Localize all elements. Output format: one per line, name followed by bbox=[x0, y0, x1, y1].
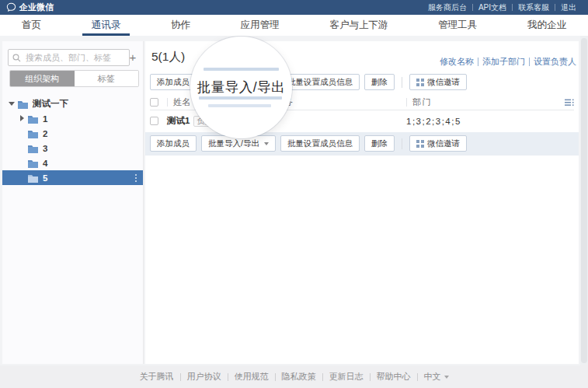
tree-item-label: 测试一下 bbox=[33, 98, 68, 110]
delete-button[interactable]: 删除 bbox=[364, 135, 395, 152]
nav-tab-admin-tools[interactable]: 管理工具 bbox=[429, 15, 486, 36]
magnified-text: 批量导入/导出 bbox=[190, 78, 292, 96]
nav-tab-collaboration[interactable]: 协作 bbox=[162, 15, 200, 36]
nav-tab-my-company[interactable]: 我的企业 bbox=[518, 15, 576, 36]
button-label: 删除 bbox=[371, 77, 388, 88]
tree-item-label: 1 bbox=[43, 114, 47, 124]
footer-link-about-tencent[interactable]: 关于腾讯 bbox=[134, 371, 180, 383]
org-tree: 测试一下 1 2 3 4 5 bbox=[2, 96, 143, 185]
expand-icon[interactable] bbox=[19, 115, 26, 122]
column-settings-icon[interactable] bbox=[565, 99, 574, 107]
search-input[interactable] bbox=[8, 49, 130, 66]
nav-tab-home[interactable]: 首页 bbox=[12, 15, 50, 36]
expander-spacer bbox=[19, 130, 26, 137]
nav-tab-contacts[interactable]: 通讯录 bbox=[82, 15, 130, 36]
expander-spacer bbox=[19, 159, 26, 166]
tree-item-2[interactable]: 2 bbox=[2, 126, 143, 141]
qr-code-icon bbox=[416, 79, 424, 86]
magnifier-loupe: 批量导入/导出 bbox=[190, 37, 292, 138]
divider bbox=[529, 58, 530, 66]
button-label: 微信邀请 bbox=[427, 138, 460, 149]
member-name: 测试1 bbox=[167, 115, 190, 127]
wechat-invite-button[interactable]: 微信邀请 bbox=[409, 74, 467, 90]
divider bbox=[402, 77, 402, 88]
footer-link-usage-rules[interactable]: 使用规范 bbox=[228, 371, 275, 383]
set-manager-link[interactable]: 设置负责人 bbox=[534, 56, 576, 68]
topbar-link-logout[interactable]: 退出 bbox=[555, 2, 582, 13]
magnified-edge bbox=[208, 104, 271, 107]
tree-item-3[interactable]: 3 bbox=[2, 141, 143, 156]
tree-item-label: 4 bbox=[43, 159, 47, 168]
topbar-link-provider-console[interactable]: 服务商后台 bbox=[423, 2, 472, 13]
folder-icon bbox=[28, 145, 38, 153]
chat-bubble-icon bbox=[6, 2, 16, 12]
tab-org-structure[interactable]: 组织架构 bbox=[10, 71, 75, 86]
footer-link-privacy-policy[interactable]: 隐私政策 bbox=[276, 371, 322, 383]
folder-icon bbox=[28, 159, 38, 168]
tree-item-5[interactable]: 5 bbox=[2, 170, 143, 185]
rename-link[interactable]: 修改名称 bbox=[440, 56, 474, 68]
nav-tab-app-management[interactable]: 应用管理 bbox=[231, 15, 289, 36]
divider bbox=[167, 98, 168, 107]
topbar-link-contact-support[interactable]: 联系客服 bbox=[513, 2, 555, 13]
member-panel: 5(1人) 修改名称 添加子部门 设置负责人 添加成员 批量导入/导出 批量设置… bbox=[145, 41, 579, 364]
select-all-checkbox[interactable] bbox=[150, 98, 158, 107]
folder-icon bbox=[28, 174, 38, 183]
divider bbox=[406, 98, 407, 107]
expander-spacer bbox=[19, 145, 26, 152]
batch-set-info-button[interactable]: 批量设置成员信息 bbox=[280, 74, 360, 90]
tree-item-1[interactable]: 1 bbox=[2, 111, 143, 126]
footer-link-changelog[interactable]: 更新日志 bbox=[323, 371, 370, 383]
collapse-icon[interactable] bbox=[9, 100, 16, 107]
language-selector[interactable]: 中文 bbox=[418, 371, 455, 383]
button-label: 批量导入/导出 bbox=[208, 138, 259, 149]
delete-button[interactable]: 删除 bbox=[364, 74, 395, 90]
add-sub-department-link[interactable]: 添加子部门 bbox=[482, 56, 525, 68]
scrollbar-thumb[interactable] bbox=[581, 38, 587, 363]
language-label: 中文 bbox=[424, 371, 441, 383]
footer-link-help-center[interactable]: 帮助中心 bbox=[371, 371, 417, 383]
button-label: 删除 bbox=[371, 138, 388, 149]
tree-item-4[interactable]: 4 bbox=[2, 156, 143, 170]
expander-spacer bbox=[19, 174, 26, 181]
contacts-sidebar: + 组织架构 标签 测试一下 1 2 3 4 bbox=[2, 41, 144, 364]
tree-item-label: 5 bbox=[43, 173, 47, 183]
add-member-button[interactable]: 添加成员 bbox=[150, 74, 197, 90]
button-label: 批量设置成员信息 bbox=[287, 77, 353, 88]
app-logo[interactable]: 企业微信 bbox=[6, 2, 54, 13]
folder-icon bbox=[28, 115, 38, 124]
topbar-link-api-docs[interactable]: API文档 bbox=[473, 2, 512, 13]
divider bbox=[402, 138, 402, 149]
sidebar-tabs: 组织架构 标签 bbox=[9, 70, 139, 87]
topbar-links: 服务商后台 API文档 联系客服 退出 bbox=[423, 2, 582, 13]
add-department-button[interactable]: + bbox=[127, 51, 139, 65]
chevron-down-icon bbox=[444, 376, 449, 379]
row-checkbox[interactable] bbox=[150, 117, 158, 125]
footer-link-user-agreement[interactable]: 用户协议 bbox=[181, 371, 228, 383]
dropdown-caret-icon bbox=[264, 142, 269, 145]
button-label: 添加成员 bbox=[157, 138, 190, 149]
tree-item-root[interactable]: 测试一下 bbox=[2, 96, 143, 111]
vertical-scrollbar bbox=[580, 36, 588, 365]
tab-labels[interactable]: 标签 bbox=[75, 71, 139, 86]
more-options-icon[interactable] bbox=[135, 174, 137, 182]
page-footer: 关于腾讯 用户协议 使用规范 隐私政策 更新日志 帮助中心 中文 bbox=[0, 365, 588, 388]
folder-icon bbox=[18, 100, 28, 109]
magnified-edge bbox=[199, 96, 282, 100]
department-actions: 修改名称 添加子部门 设置负责人 bbox=[440, 56, 576, 68]
column-header-name: 姓名 bbox=[173, 96, 190, 108]
top-bar: 企业微信 服务商后台 API文档 联系客服 退出 bbox=[0, 0, 588, 15]
button-label: 批量设置成员信息 bbox=[287, 138, 353, 149]
tree-item-label: 2 bbox=[43, 129, 47, 138]
batch-set-info-button[interactable]: 批量设置成员信息 bbox=[280, 135, 360, 152]
main-nav: 首页 通讯录 协作 应用管理 客户与上下游 管理工具 我的企业 bbox=[0, 15, 588, 36]
qr-code-icon bbox=[416, 140, 424, 148]
wechat-invite-button[interactable]: 微信邀请 bbox=[409, 135, 467, 152]
divider bbox=[478, 58, 478, 66]
add-member-button[interactable]: 添加成员 bbox=[150, 135, 197, 152]
app-logo-text: 企业微信 bbox=[19, 2, 54, 13]
nav-tab-customers[interactable]: 客户与上下游 bbox=[321, 15, 398, 36]
column-header-department: 部门 bbox=[412, 96, 432, 108]
folder-icon bbox=[28, 130, 38, 138]
magnified-edge bbox=[204, 68, 279, 71]
